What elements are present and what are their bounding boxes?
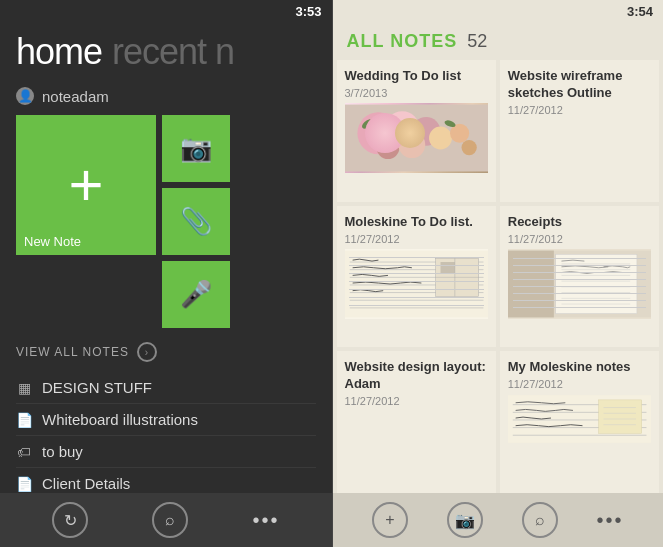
svg-rect-23 [508,250,651,317]
client-icon: 📄 [16,476,32,492]
whiteboard-icon: 📄 [16,412,32,428]
camera-tile[interactable]: 📷 [162,115,230,182]
notes-grid: Wedding To Do list 3/7/2013 [333,60,664,493]
left-title-area: home recent n [0,23,332,83]
left-bottom-bar: ↻ ⌕ ••• [0,493,332,547]
new-note-tile[interactable]: + New Note [16,115,156,255]
title-rest: recent n [112,31,234,73]
paperclip-icon: 📎 [180,206,212,237]
user-row[interactable]: 👤 noteadam [0,83,332,115]
right-bottom-bar: + 📷 ⌕ ••• [333,493,664,547]
website-date: 11/27/2012 [345,395,488,407]
right-status-bar: 3:54 [333,0,664,23]
new-note-label: New Note [24,234,81,249]
username: noteadam [42,88,109,105]
tiles-grid: + New Note 📷 📎 🎤 [0,115,332,328]
wedding-title: Wedding To Do list [345,68,488,85]
right-time: 3:54 [627,4,653,19]
note-card-wireframe[interactable]: Website wireframe sketches Outline 11/27… [500,60,659,202]
add-icon: + [385,511,394,529]
note-card-moleskine[interactable]: Moleskine To Do list. 11/27/2012 [337,206,496,348]
wedding-photo [345,103,488,173]
svg-point-1 [357,112,399,154]
receipts-photo [508,249,651,319]
website-title: Website design layout: Adam [345,359,488,393]
refresh-icon: ↻ [64,511,77,530]
refresh-button[interactable]: ↻ [52,502,88,538]
note-card-website[interactable]: Website design layout: Adam 11/27/2012 [337,351,496,493]
search-icon-right: ⌕ [535,511,545,529]
moleskine-image [345,249,488,319]
tobuy-icon: 🏷 [16,444,32,460]
title-home: home [16,31,102,73]
paperclip-tile[interactable]: 📎 [162,188,230,255]
wireframe-title: Website wireframe sketches Outline [508,68,651,102]
note-card-wedding[interactable]: Wedding To Do list 3/7/2013 [337,60,496,202]
design-stuff-icon: ▦ [16,380,32,396]
moleskine-photo [345,249,488,319]
mic-tile[interactable]: 🎤 [162,261,230,328]
svg-point-6 [429,126,452,149]
left-panel: 3:53 home recent n 👤 noteadam + New Note… [0,0,332,547]
mymoleskine-title: My Moleskine notes [508,359,651,376]
svg-rect-24 [556,254,637,313]
list-item[interactable]: ▦ DESIGN STUFF [16,372,316,404]
camera-button[interactable]: 📷 [447,502,483,538]
mic-icon: 🎤 [180,279,212,310]
mymoleskine-date: 11/27/2012 [508,378,651,390]
design-stuff-label: DESIGN STUFF [42,379,152,396]
small-tiles: 📷 📎 🎤 [162,115,230,328]
notes-count: 52 [467,31,487,52]
more-button-right[interactable]: ••• [597,509,624,532]
receipts-image [508,249,651,319]
svg-point-2 [385,111,419,145]
note-list: ▦ DESIGN STUFF 📄 Whiteboard illustration… [0,372,332,493]
client-label: Client Details [42,475,130,492]
tobuy-label: to buy [42,443,83,460]
mymoleskine-image [508,394,651,464]
right-header: ALL NOTES 52 [333,23,664,60]
list-item[interactable]: 🏷 to buy [16,436,316,468]
right-panel: 3:54 ALL NOTES 52 Wedding To Do list 3/7… [333,0,664,547]
view-all-label: VIEW ALL NOTES [16,345,129,359]
plus-icon: + [68,155,103,215]
left-status-bar: 3:53 [0,0,332,23]
view-all-arrow-icon: › [137,342,157,362]
svg-rect-40 [598,400,641,433]
svg-point-5 [398,131,425,158]
left-time: 3:53 [295,4,321,19]
svg-point-4 [376,136,399,159]
moleskine-date: 11/27/2012 [345,233,488,245]
view-all-notes[interactable]: VIEW ALL NOTES › [0,328,332,372]
note-card-mymoleskin[interactable]: My Moleskine notes 11/27/2012 [500,351,659,493]
camera-icon: 📷 [180,133,212,164]
more-button[interactable]: ••• [252,509,279,532]
svg-rect-20 [440,262,454,273]
all-notes-label: ALL NOTES [347,31,458,52]
svg-point-8 [461,140,476,155]
search-icon: ⌕ [165,511,175,529]
whiteboard-label: Whiteboard illustrations [42,411,198,428]
note-card-receipts[interactable]: Receipts 11/27/2012 [500,206,659,348]
wedding-date: 3/7/2013 [345,87,488,99]
list-item[interactable]: 📄 Client Details [16,468,316,493]
moleskine-title: Moleskine To Do list. [345,214,488,231]
wedding-image [345,103,488,173]
search-button-right[interactable]: ⌕ [522,502,558,538]
list-item[interactable]: 📄 Whiteboard illustrations [16,404,316,436]
camera-icon: 📷 [455,511,475,530]
add-button[interactable]: + [372,502,408,538]
search-button[interactable]: ⌕ [152,502,188,538]
receipts-date: 11/27/2012 [508,233,651,245]
wireframe-date: 11/27/2012 [508,104,651,116]
user-icon: 👤 [16,87,34,105]
svg-rect-33 [508,250,554,317]
receipts-title: Receipts [508,214,651,231]
